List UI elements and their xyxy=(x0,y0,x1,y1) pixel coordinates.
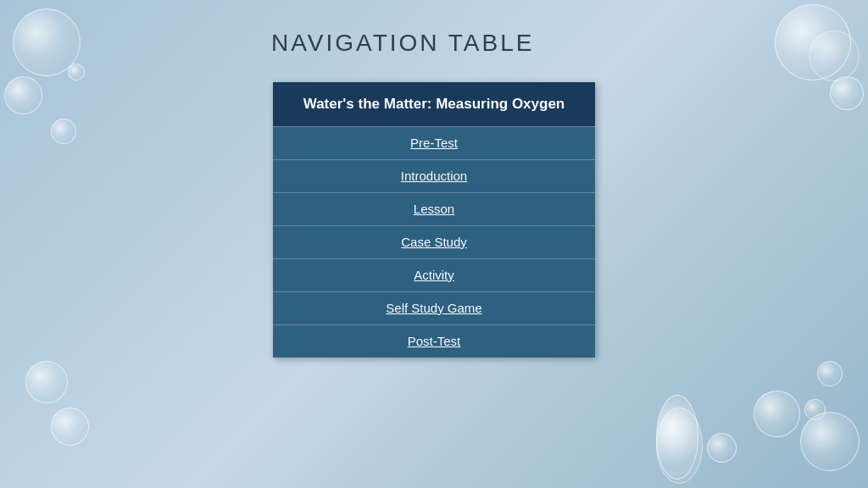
nav-table-rows: Pre-TestIntroductionLessonCase StudyActi… xyxy=(273,126,595,358)
nav-table-row-pre-test[interactable]: Pre-Test xyxy=(273,126,595,159)
nav-table-row-self-study-game[interactable]: Self Study Game xyxy=(273,291,595,324)
nav-link-self-study-game[interactable]: Self Study Game xyxy=(386,301,481,315)
nav-link-post-test[interactable]: Post-Test xyxy=(408,334,461,348)
bubble-decoration xyxy=(68,64,85,80)
bubble-decoration xyxy=(817,361,843,386)
bubble-decoration xyxy=(707,433,737,463)
bubble-decoration xyxy=(25,361,68,403)
nav-table-row-case-study[interactable]: Case Study xyxy=(273,225,595,258)
nav-link-pre-test[interactable]: Pre-Test xyxy=(410,136,458,150)
bubble-decoration xyxy=(809,30,860,81)
nav-link-case-study[interactable]: Case Study xyxy=(401,235,467,249)
bubble-decoration xyxy=(656,408,703,484)
nav-link-introduction[interactable]: Introduction xyxy=(401,169,467,183)
nav-link-activity[interactable]: Activity xyxy=(414,268,454,282)
bubble-decoration xyxy=(754,391,800,437)
bubble-decoration xyxy=(4,76,42,114)
nav-table-header: Water's the Matter: Measuring Oxygen xyxy=(273,82,595,126)
nav-table-row-post-test[interactable]: Post-Test xyxy=(273,324,595,358)
nav-table-row-activity[interactable]: Activity xyxy=(273,258,595,291)
page-title: NAVIGATION TABLE xyxy=(0,0,868,57)
bubble-decoration xyxy=(800,412,860,471)
nav-table-container: Water's the Matter: Measuring Oxygen Pre… xyxy=(0,82,868,358)
bubble-decoration xyxy=(51,119,76,144)
nav-table: Water's the Matter: Measuring Oxygen Pre… xyxy=(273,82,595,358)
bubble-decoration xyxy=(830,76,864,110)
nav-table-row-lesson[interactable]: Lesson xyxy=(273,192,595,225)
nav-link-lesson[interactable]: Lesson xyxy=(414,202,454,216)
bubble-decoration xyxy=(51,408,89,446)
nav-table-row-introduction[interactable]: Introduction xyxy=(273,159,595,192)
